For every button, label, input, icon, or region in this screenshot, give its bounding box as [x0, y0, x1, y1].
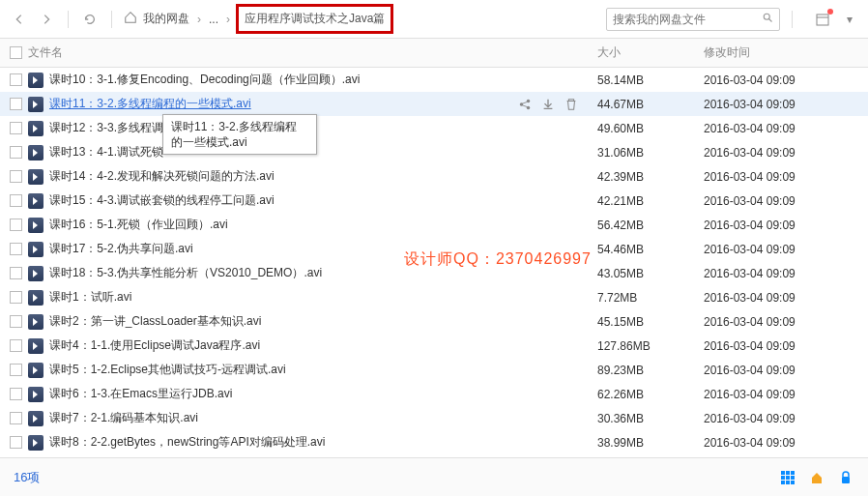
row-checkbox[interactable]: [10, 315, 22, 328]
file-row[interactable]: 课时5：1-2.Eclipse其他调试技巧-远程调试.avi89.23MB201…: [0, 358, 868, 382]
row-checkbox[interactable]: [10, 122, 22, 134]
video-file-icon: [28, 266, 43, 281]
item-count: 16项: [14, 469, 40, 486]
file-row[interactable]: 课时13：4-1.调试死锁31.06MB2016-03-04 09:09: [0, 140, 868, 164]
file-size: 38.99MB: [597, 436, 704, 450]
file-name[interactable]: 课时7：2-1.编码基本知识.avi: [49, 410, 597, 426]
share-icon[interactable]: [518, 98, 532, 111]
search-box[interactable]: [606, 8, 780, 31]
file-name[interactable]: 课时13：4-1.调试死锁: [49, 144, 597, 160]
file-name[interactable]: 课时8：2-2.getBytes，newString等API对编码处理.avi: [49, 434, 597, 451]
download-icon[interactable]: [541, 98, 555, 111]
row-checkbox[interactable]: [10, 194, 22, 207]
header-mtime[interactable]: 修改时间: [704, 44, 868, 61]
row-checkbox[interactable]: [10, 436, 22, 449]
file-size: 62.26MB: [597, 388, 704, 401]
file-name[interactable]: 课时14：4-2.发现和解决死锁问题的方法.avi: [49, 168, 597, 185]
file-mtime: 2016-03-04 09:09: [704, 315, 868, 329]
select-all-checkbox[interactable]: [10, 46, 22, 59]
file-mtime: 2016-03-04 09:09: [704, 364, 868, 377]
file-name[interactable]: 课时1：试听.avi: [49, 289, 597, 306]
file-name[interactable]: 课时2：第一讲_ClassLoader基本知识.avi: [49, 313, 597, 330]
separator: [792, 11, 793, 28]
row-checkbox[interactable]: [10, 73, 22, 86]
svg-rect-5: [781, 471, 785, 475]
file-size: 7.72MB: [597, 291, 704, 305]
filename-tooltip: 课时11：3-2.多线程编程的一些模式.avi: [162, 114, 317, 155]
svg-rect-1: [817, 15, 828, 25]
file-row[interactable]: 课时15：4-3.调试嵌套锁的线程停工问题.avi42.21MB2016-03-…: [0, 189, 868, 213]
file-size: 42.39MB: [597, 170, 704, 184]
row-checkbox[interactable]: [10, 170, 22, 183]
file-row[interactable]: 课时11：3-2.多线程编程的一些模式.avi44.67MB2016-03-04…: [0, 92, 868, 116]
svg-rect-6: [786, 471, 790, 475]
delete-icon[interactable]: [564, 98, 578, 111]
nav-forward-button[interactable]: [37, 10, 56, 29]
file-mtime: 2016-03-04 09:09: [704, 291, 868, 305]
file-name[interactable]: 课时5：1-2.Eclipse其他调试技巧-远程调试.avi: [49, 362, 597, 378]
home-icon[interactable]: [124, 11, 137, 27]
file-row[interactable]: 课时2：第一讲_ClassLoader基本知识.avi45.15MB2016-0…: [0, 309, 868, 334]
svg-rect-8: [781, 476, 785, 480]
file-size: 58.14MB: [597, 73, 704, 87]
file-mtime: 2016-03-04 09:09: [704, 194, 868, 208]
svg-rect-10: [791, 476, 795, 480]
file-row[interactable]: 课时12：3-3.多线程调试49.60MB2016-03-04 09:09: [0, 116, 868, 140]
row-checkbox[interactable]: [10, 339, 22, 352]
file-name[interactable]: 课时4：1-1.使用Eclipse调试Java程序.avi: [49, 337, 597, 354]
row-checkbox[interactable]: [10, 291, 22, 304]
svg-rect-7: [791, 471, 795, 475]
file-size: 42.21MB: [597, 194, 704, 208]
file-name[interactable]: 课时10：3-1.修复Encoding、Decoding问题（作业回顾）.avi: [49, 72, 597, 88]
row-checkbox[interactable]: [10, 146, 22, 159]
nav-back-button[interactable]: [10, 10, 29, 29]
breadcrumb-root[interactable]: 我的网盘: [143, 11, 189, 27]
row-checkbox[interactable]: [10, 267, 22, 279]
chevron-right-icon: ›: [197, 13, 201, 26]
file-row[interactable]: 课时10：3-1.修复Encoding、Decoding问题（作业回顾）.avi…: [0, 68, 868, 92]
file-mtime: 2016-03-04 09:09: [704, 243, 868, 256]
file-size: 30.36MB: [597, 412, 704, 425]
refresh-button[interactable]: [80, 10, 100, 29]
file-row[interactable]: 课时16：5-1.死锁（作业回顾）.avi56.42MB2016-03-04 0…: [0, 213, 868, 237]
file-row[interactable]: 课时4：1-1.使用Eclipse调试Java程序.avi127.86MB201…: [0, 334, 868, 358]
file-row[interactable]: 课时14：4-2.发现和解决死锁问题的方法.avi42.39MB2016-03-…: [0, 164, 868, 189]
calendar-icon[interactable]: [814, 11, 831, 28]
row-checkbox[interactable]: [10, 364, 22, 376]
row-checkbox[interactable]: [10, 388, 22, 400]
dropdown-icon[interactable]: ▾: [841, 11, 858, 28]
file-name[interactable]: 课时16：5-1.死锁（作业回顾）.avi: [49, 217, 597, 233]
search-icon[interactable]: [762, 12, 773, 26]
file-row[interactable]: 课时6：1-3.在Emacs里运行JDB.avi62.26MB2016-03-0…: [0, 382, 868, 406]
search-input[interactable]: [613, 13, 762, 26]
file-mtime: 2016-03-04 09:09: [704, 146, 868, 160]
file-name[interactable]: 课时6：1-3.在Emacs里运行JDB.avi: [49, 386, 597, 402]
file-mtime: 2016-03-04 09:09: [704, 339, 868, 353]
watermark-text: 设计师QQ：2370426997: [404, 249, 592, 270]
file-size: 89.23MB: [597, 364, 704, 377]
breadcrumb-mid[interactable]: ...: [209, 13, 218, 26]
row-checkbox[interactable]: [10, 412, 22, 424]
file-name[interactable]: 课时12：3-3.多线程调试: [49, 120, 597, 136]
breadcrumb-current[interactable]: 应用程序调试技术之Java篇: [245, 12, 385, 25]
file-name[interactable]: 课时15：4-3.调试嵌套锁的线程停工问题.avi: [49, 192, 597, 209]
file-size: 127.86MB: [597, 339, 704, 353]
row-checkbox[interactable]: [10, 98, 22, 110]
header-size[interactable]: 大小: [597, 44, 704, 61]
file-row[interactable]: 课时1：试听.avi7.72MB2016-03-04 09:09: [0, 285, 868, 309]
video-file-icon: [28, 363, 43, 378]
file-size: 31.06MB: [597, 146, 704, 160]
file-row[interactable]: 课时8：2-2.getBytes，newString等API对编码处理.avi3…: [0, 430, 868, 454]
row-checkbox[interactable]: [10, 219, 22, 231]
file-name[interactable]: 课时11：3-2.多线程编程的一些模式.avi: [49, 96, 518, 112]
breadcrumb: 我的网盘 › ... › 应用程序调试技术之Java篇: [124, 4, 393, 34]
video-file-icon: [28, 97, 43, 112]
file-size: 44.67MB: [597, 98, 704, 111]
grid-view-icon[interactable]: [779, 469, 796, 486]
video-file-icon: [28, 314, 43, 330]
cleanup-icon[interactable]: [808, 469, 825, 486]
row-checkbox[interactable]: [10, 243, 22, 255]
header-name[interactable]: 文件名: [28, 44, 597, 61]
lock-icon[interactable]: [837, 469, 854, 486]
file-row[interactable]: 课时7：2-1.编码基本知识.avi30.36MB2016-03-04 09:0…: [0, 406, 868, 430]
